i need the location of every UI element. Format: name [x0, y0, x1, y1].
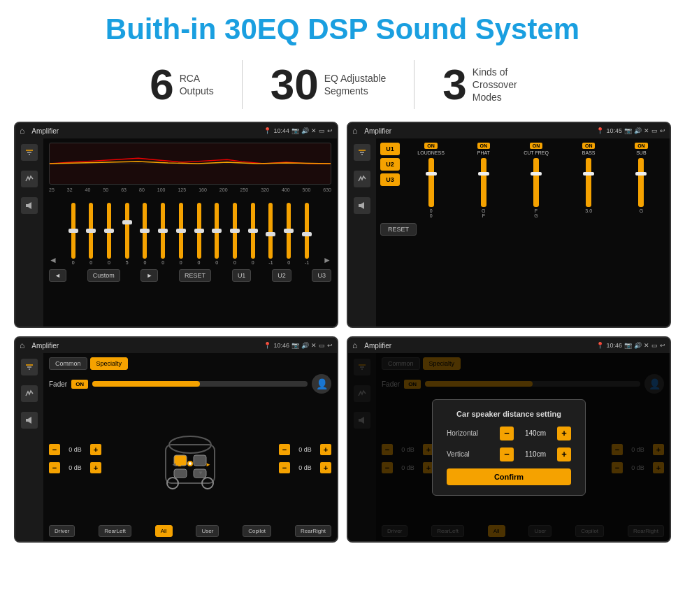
- dist-x-icon: ✕: [644, 342, 649, 349]
- fd-driver-button[interactable]: Driver: [49, 525, 75, 537]
- fd-fader-track[interactable]: [92, 381, 308, 387]
- eq-reset-button[interactable]: RESET: [179, 269, 211, 282]
- stat-text-eq: EQ AdjustableSegments: [324, 72, 387, 97]
- eq-slider-6[interactable]: 0: [179, 203, 183, 265]
- fd-all-button[interactable]: All: [155, 525, 173, 537]
- fd-volume-icon: 🔊: [301, 342, 309, 349]
- cx-bass-slider[interactable]: [586, 158, 591, 207]
- stat-number-rca: 6: [150, 63, 173, 106]
- stat-text-rca: RCAOutputs: [180, 72, 214, 97]
- right-front-plus[interactable]: +: [320, 444, 331, 455]
- eq-sliders: ◄ 0 0 0 5 0 0 0 0 0 0 0 -1 0 -1 ►: [49, 195, 331, 265]
- eq-u2-button[interactable]: U2: [272, 269, 291, 282]
- fd-bottom-row: Driver RearLeft All User Copilot RearRig…: [49, 525, 331, 537]
- eq-title: Amplifier: [31, 127, 261, 135]
- fd-main: Common Specialty Fader ON 👤 −: [43, 353, 337, 541]
- eq-slider-4[interactable]: 0: [143, 203, 147, 265]
- cx-loudness-slider[interactable]: [428, 158, 434, 207]
- cx-title: Amplifier: [364, 127, 593, 135]
- right-rear-plus[interactable]: +: [320, 462, 331, 473]
- cx-reset-button[interactable]: RESET: [380, 223, 417, 236]
- modal-horizontal-minus[interactable]: −: [500, 427, 514, 440]
- cx-u1-button[interactable]: U1: [380, 143, 400, 155]
- eq-slider-2[interactable]: 0: [107, 203, 111, 265]
- cx-cutfreq-slider[interactable]: [533, 158, 539, 207]
- dist-status-bar: ⌂ Amplifier 📍 10:46 📷 🔊 ✕ ▭ ↩: [348, 338, 670, 353]
- fd-filter-icon[interactable]: [21, 359, 38, 375]
- modal-title: Car speaker distance setting: [447, 410, 571, 418]
- distance-screen: ⌂ Amplifier 📍 10:46 📷 🔊 ✕ ▭ ↩: [347, 336, 671, 543]
- eq-left-arrow[interactable]: ◄: [49, 255, 57, 265]
- fd-tab-specialty[interactable]: Specialty: [90, 357, 129, 370]
- left-front-speaker: − 0 dB +: [49, 444, 101, 455]
- stat-text-crossover: Kinds ofCrossover Modes: [473, 66, 535, 104]
- modal-vertical-minus[interactable]: −: [500, 447, 514, 461]
- eq-slider-0[interactable]: 0: [71, 203, 75, 265]
- fd-rearright-button[interactable]: RearRight: [295, 525, 331, 537]
- cx-phat-on[interactable]: ON: [477, 143, 491, 149]
- eq-prev-button[interactable]: ◄: [49, 269, 66, 282]
- cx-loudness-on[interactable]: ON: [424, 143, 438, 149]
- eq-slider-12[interactable]: 0: [287, 203, 291, 265]
- eq-slider-5[interactable]: 0: [161, 203, 165, 265]
- fd-speaker-icon[interactable]: [21, 412, 38, 429]
- right-front-value: 0 dB: [293, 446, 317, 453]
- left-front-plus[interactable]: +: [90, 444, 101, 455]
- fd-user-button[interactable]: User: [196, 525, 219, 537]
- eq-next-button[interactable]: ►: [140, 269, 158, 282]
- cx-sub-on[interactable]: ON: [635, 143, 648, 149]
- modal-horizontal-plus[interactable]: +: [557, 427, 571, 440]
- svg-text:▲: ▲: [177, 461, 182, 468]
- cx-speaker-icon[interactable]: [354, 197, 370, 214]
- fd-rearleft-button[interactable]: RearLeft: [99, 525, 131, 537]
- eq-right-arrow[interactable]: ►: [323, 255, 331, 265]
- eq-slider-3[interactable]: 5: [125, 203, 129, 265]
- eq-slider-10[interactable]: 0: [251, 203, 255, 265]
- cx-u2-button[interactable]: U2: [380, 158, 400, 171]
- modal-vertical-row: Vertical − 110cm +: [447, 447, 571, 461]
- left-rear-plus[interactable]: +: [90, 462, 101, 473]
- eq-slider-8[interactable]: 0: [215, 203, 219, 265]
- eq-slider-7[interactable]: 0: [197, 203, 201, 265]
- dist-status-icons: 📍 10:46 📷 🔊 ✕ ▭ ↩: [596, 342, 665, 349]
- eq-slider-9[interactable]: 0: [233, 203, 237, 265]
- eq-screen: ⌂ Amplifier 📍 10:44 📷 🔊 ✕ ▭ ↩: [14, 122, 338, 328]
- confirm-button[interactable]: Confirm: [447, 468, 571, 485]
- eq-camera-icon: 📷: [291, 127, 299, 134]
- eq-u1-button[interactable]: U1: [232, 269, 252, 282]
- fd-on-button[interactable]: ON: [71, 380, 88, 389]
- left-rear-minus[interactable]: −: [49, 462, 60, 473]
- eq-speaker-icon[interactable]: [21, 197, 38, 214]
- fd-copilot-button[interactable]: Copilot: [243, 525, 271, 537]
- stat-crossover: 3 Kinds ofCrossover Modes: [414, 63, 563, 106]
- eq-u3-button[interactable]: U3: [312, 269, 331, 282]
- eq-battery-icon: ▭: [319, 127, 325, 134]
- cx-filter-icon[interactable]: [354, 144, 370, 161]
- fd-camera-icon: 📷: [291, 342, 299, 349]
- cx-sub-slider[interactable]: [638, 158, 644, 207]
- dist-location-icon: 📍: [596, 342, 604, 349]
- eq-slider-13[interactable]: -1: [305, 203, 309, 265]
- eq-slider-11[interactable]: -1: [268, 203, 273, 265]
- eq-time: 10:44: [273, 127, 289, 134]
- eq-wave-icon[interactable]: [21, 171, 38, 187]
- left-front-minus[interactable]: −: [49, 444, 60, 455]
- cx-u3-button[interactable]: U3: [380, 173, 400, 186]
- cx-back-icon: ↩: [660, 127, 665, 134]
- fd-home-icon: ⌂: [20, 341, 24, 350]
- eq-custom-button[interactable]: Custom: [87, 269, 120, 282]
- cx-bass-on[interactable]: ON: [582, 143, 596, 149]
- fd-tab-common[interactable]: Common: [49, 357, 87, 370]
- modal-horizontal-control: − 140cm +: [500, 427, 571, 440]
- cx-wave-icon[interactable]: [354, 171, 370, 187]
- cx-cutfreq-on[interactable]: ON: [530, 143, 543, 149]
- right-rear-minus[interactable]: −: [279, 462, 290, 473]
- modal-vertical-plus[interactable]: +: [557, 447, 571, 461]
- cx-phat-slider[interactable]: [481, 158, 486, 207]
- fd-wave-icon[interactable]: [21, 385, 38, 402]
- eq-slider-1[interactable]: 0: [89, 203, 93, 265]
- eq-filter-icon[interactable]: [21, 144, 38, 161]
- stat-number-crossover: 3: [442, 63, 466, 106]
- dist-title: Amplifier: [364, 342, 593, 350]
- right-front-minus[interactable]: −: [279, 444, 290, 455]
